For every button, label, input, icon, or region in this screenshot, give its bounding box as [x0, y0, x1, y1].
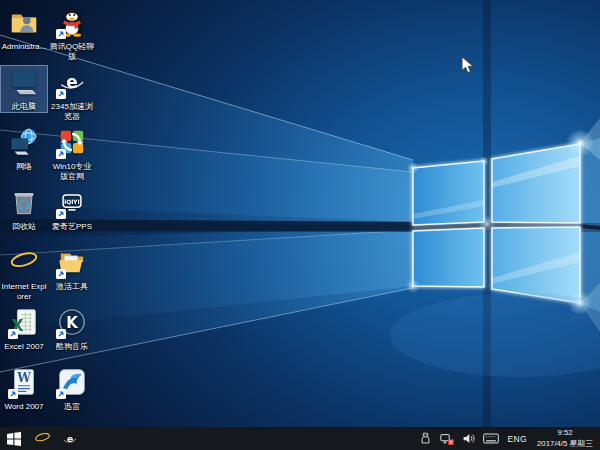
taskbar-pinned-internet-explorer[interactable] — [28, 427, 56, 450]
taskbar: ENG 9:52 2017/4/5 星期三 — [0, 427, 600, 450]
usb-device-tray-button[interactable] — [419, 432, 432, 445]
desktop-icon-kugou[interactable]: 酷狗音乐 — [49, 306, 95, 352]
desktop-icon-administrator[interactable]: Administra... — [1, 6, 47, 52]
desktop-icon-xunlei[interactable]: 迅雷 — [49, 366, 95, 412]
internet-explorer-icon — [9, 247, 39, 277]
network-tray-button[interactable] — [440, 432, 454, 446]
desktop-icon-2345-browser[interactable]: 2345加速浏览器 — [49, 66, 95, 121]
recycle-bin-icon — [9, 187, 39, 217]
desktop-icon-recycle-bin[interactable]: 回收站 — [1, 186, 47, 232]
shortcut-arrow-icon — [56, 149, 66, 159]
mouse-cursor — [461, 56, 473, 74]
icon-label: Win10专业版官网 — [49, 162, 95, 181]
shortcut-arrow-icon — [56, 389, 66, 399]
start-button[interactable] — [0, 427, 28, 450]
network-globe-monitor-icon — [9, 127, 39, 157]
system-tray: ENG 9:52 2017/4/5 星期三 — [419, 428, 600, 448]
shortcut-arrow-icon — [8, 329, 18, 339]
desktop-icon-activation-tools[interactable]: 激活工具 — [49, 246, 95, 292]
desktop-icon-this-pc[interactable]: 此电脑 — [1, 66, 47, 112]
shortcut-arrow-icon — [56, 209, 66, 219]
icon-label: Internet Explorer — [1, 282, 47, 301]
desktop-icon-network[interactable]: 网络 — [1, 126, 47, 172]
desktop-icon-qq[interactable]: 腾讯QQ轻聊版 — [49, 6, 95, 61]
taskbar-clock[interactable]: 9:52 2017/4/5 星期三 — [535, 428, 595, 448]
desktop-icon-win10-site[interactable]: Win10专业版官网 — [49, 126, 95, 181]
icon-label: Word 2007 — [1, 402, 47, 412]
windows-start-icon — [7, 432, 21, 446]
internet-explorer-icon — [34, 430, 51, 447]
shortcut-arrow-icon — [56, 89, 66, 99]
shortcut-arrow-icon — [56, 29, 66, 39]
language-indicator[interactable]: ENG — [507, 434, 527, 444]
shortcut-arrow-icon — [8, 389, 18, 399]
desktop-icon-internet-explorer[interactable]: Internet Explorer — [1, 246, 47, 301]
desktop-icon-excel-2007[interactable]: Excel 2007 — [1, 306, 47, 352]
clock-date: 2017/4/5 星期三 — [535, 439, 595, 449]
shortcut-arrow-icon — [56, 269, 66, 279]
icon-label: 酷狗音乐 — [49, 342, 95, 352]
clock-time: 9:52 — [535, 428, 595, 438]
icon-label: 回收站 — [1, 222, 47, 232]
icon-label: 迅雷 — [49, 402, 95, 412]
windows-desktop: Administra... 腾讯QQ轻聊版 此电脑 2345加速浏览器 网络 W… — [0, 0, 600, 450]
icon-label: 2345加速浏览器 — [49, 102, 95, 121]
icon-label: Excel 2007 — [1, 342, 47, 352]
icon-label: 此电脑 — [1, 102, 47, 112]
desktop-icon-word-2007[interactable]: Word 2007 — [1, 366, 47, 412]
volume-icon — [462, 432, 475, 445]
desktop-icon-iqiyi[interactable]: 爱奇艺PPS — [49, 186, 95, 232]
volume-tray-button[interactable] — [462, 432, 475, 445]
touch-keyboard-button[interactable] — [483, 433, 499, 444]
this-pc-monitor-icon — [9, 67, 39, 97]
icon-label: 激活工具 — [49, 282, 95, 292]
network-disconnected-icon — [440, 432, 454, 446]
icon-label: 腾讯QQ轻聊版 — [49, 42, 95, 61]
user-folder-icon — [9, 7, 39, 37]
usb-device-icon — [419, 432, 432, 445]
touch-keyboard-icon — [483, 433, 499, 444]
icon-label: Administra... — [1, 42, 47, 52]
taskbar-pinned-2345-browser[interactable] — [56, 427, 84, 450]
shortcut-arrow-icon — [56, 329, 66, 339]
icon-label: 网络 — [1, 162, 47, 172]
browser-2345-icon — [62, 431, 78, 447]
icon-label: 爱奇艺PPS — [49, 222, 95, 232]
